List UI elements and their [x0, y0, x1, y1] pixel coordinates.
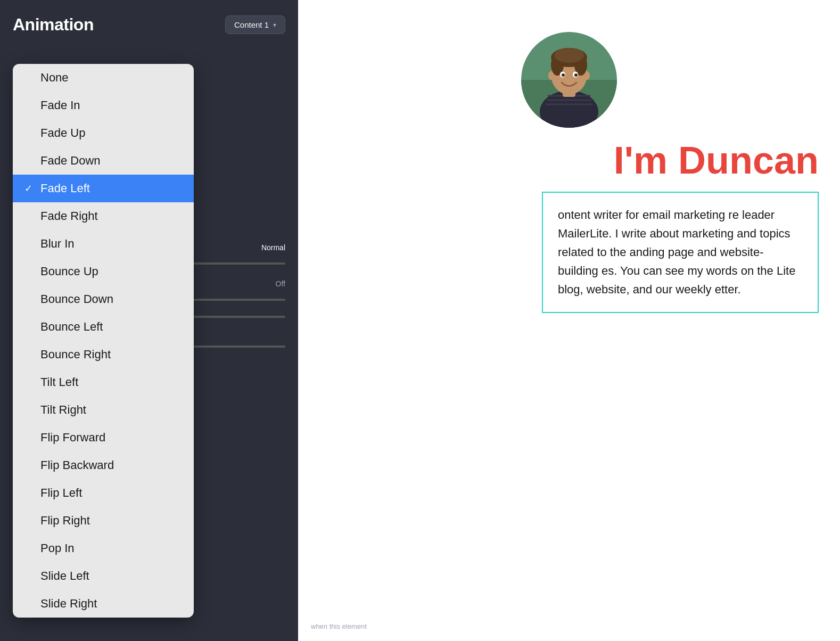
- dropdown-item-label: Slide Right: [40, 597, 97, 611]
- dropdown-item-flip-backward[interactable]: Flip Backward: [13, 451, 194, 479]
- scroll-toggle-value: Off: [276, 280, 285, 288]
- hero-title: I'm Duncan: [614, 141, 819, 181]
- dropdown-item-flip-left[interactable]: Flip Left: [13, 479, 194, 507]
- dropdown-item-flip-forward[interactable]: Flip Forward: [13, 424, 194, 451]
- dropdown-item-label: Bounce Right: [40, 348, 111, 361]
- dropdown-item-label: Flip Left: [40, 486, 82, 500]
- content-text-box: ontent writer for email marketing re lea…: [542, 192, 819, 313]
- svg-point-16: [548, 71, 554, 80]
- dropdown-item-slide-right[interactable]: Slide Right: [13, 590, 194, 618]
- dropdown-item-tilt-right[interactable]: Tilt Right: [13, 396, 194, 424]
- dropdown-item-label: Fade Up: [40, 126, 85, 140]
- dropdown-item-label: Bounce Up: [40, 265, 98, 278]
- right-panel: I'm Duncan ontent writer for email marke…: [298, 0, 840, 641]
- dropdown-item-label: Tilt Right: [40, 403, 86, 417]
- svg-point-11: [554, 48, 584, 63]
- dropdown-item-bounce-left[interactable]: Bounce Left: [13, 313, 194, 341]
- dropdown-item-fade-in[interactable]: Fade In: [13, 92, 194, 119]
- panel-title: Animation: [13, 15, 94, 35]
- body-text: ontent writer for email marketing re lea…: [558, 206, 803, 299]
- dropdown-item-label: None: [40, 71, 69, 85]
- dropdown-item-label: Fade In: [40, 98, 80, 112]
- dropdown-item-flip-right[interactable]: Flip Right: [13, 507, 194, 535]
- content-selector[interactable]: Content 1 ▾: [225, 15, 285, 34]
- dropdown-item-bounce-up[interactable]: Bounce Up: [13, 258, 194, 285]
- svg-point-17: [584, 71, 590, 80]
- animation-dropdown: NoneFade InFade UpFade Down✓Fade LeftFad…: [13, 64, 194, 618]
- dropdown-item-label: Flip Forward: [40, 431, 105, 445]
- avatar: [521, 32, 617, 128]
- chevron-down-icon: ▾: [273, 21, 276, 29]
- dropdown-item-label: Bounce Down: [40, 292, 113, 306]
- dropdown-item-fade-left[interactable]: ✓Fade Left: [13, 175, 194, 202]
- dropdown-item-label: Fade Down: [40, 154, 101, 168]
- dropdown-item-slide-left[interactable]: Slide Left: [13, 562, 194, 590]
- dropdown-item-tilt-left[interactable]: Tilt Left: [13, 368, 194, 396]
- dropdown-item-label: Fade Right: [40, 209, 98, 223]
- dropdown-item-fade-down[interactable]: Fade Down: [13, 147, 194, 175]
- svg-point-15: [574, 73, 578, 77]
- dropdown-item-label: Fade Left: [40, 182, 90, 195]
- dropdown-item-label: Tilt Left: [40, 375, 78, 389]
- left-panel: Animation Content 1 ▾ NoneFade InFade Up…: [0, 0, 298, 641]
- check-icon: ✓: [24, 183, 35, 194]
- dropdown-item-label: Pop In: [40, 541, 75, 555]
- dropdown-item-label: Flip Right: [40, 514, 90, 528]
- dropdown-item-pop-in[interactable]: Pop In: [13, 535, 194, 562]
- timing-value: Normal: [261, 243, 285, 252]
- content-selector-label: Content 1: [234, 20, 269, 29]
- panel-header: Animation Content 1 ▾: [0, 0, 298, 45]
- dropdown-item-label: Blur In: [40, 237, 75, 251]
- dropdown-item-fade-up[interactable]: Fade Up: [13, 119, 194, 147]
- dropdown-item-fade-right[interactable]: Fade Right: [13, 202, 194, 230]
- dropdown-item-label: Flip Backward: [40, 458, 114, 472]
- dropdown-item-label: Slide Left: [40, 569, 89, 583]
- svg-point-14: [562, 73, 565, 77]
- dropdown-item-label: Bounce Left: [40, 320, 103, 334]
- dropdown-item-bounce-right[interactable]: Bounce Right: [13, 341, 194, 368]
- bottom-note: when this element: [311, 622, 367, 630]
- dropdown-item-bounce-down[interactable]: Bounce Down: [13, 285, 194, 313]
- dropdown-item-blur-in[interactable]: Blur In: [13, 230, 194, 258]
- dropdown-item-none[interactable]: None: [13, 64, 194, 92]
